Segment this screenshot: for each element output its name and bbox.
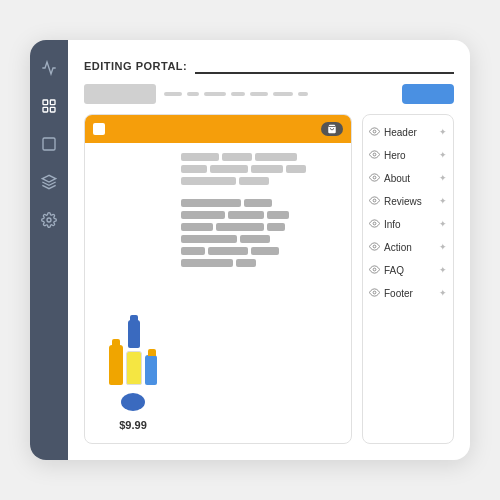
- eye-icon[interactable]: [369, 192, 380, 210]
- editing-portal-label: EDITING PORTAL:: [84, 60, 187, 72]
- section-item[interactable]: About✦: [369, 169, 447, 187]
- drag-icon[interactable]: ✦: [439, 219, 447, 229]
- text-row: [181, 211, 343, 219]
- cart-badge: [321, 122, 343, 136]
- svg-rect-0: [43, 100, 48, 105]
- drag-icon[interactable]: ✦: [439, 242, 447, 252]
- text-block: [228, 211, 264, 219]
- text-block: [181, 223, 213, 231]
- eye-icon[interactable]: [369, 169, 380, 187]
- text-block: [181, 153, 219, 161]
- section-label: Footer: [384, 288, 435, 299]
- product-price: $9.99: [119, 419, 147, 431]
- svg-marker-5: [42, 175, 55, 182]
- text-row: [181, 247, 343, 255]
- section-item[interactable]: Reviews✦: [369, 192, 447, 210]
- svg-rect-4: [43, 138, 55, 150]
- text-block: [208, 247, 248, 255]
- main-content: EDITING PORTAL:: [68, 40, 470, 460]
- text-block: [267, 211, 289, 219]
- dash: [298, 92, 308, 96]
- text-block: [240, 235, 270, 243]
- svg-point-8: [373, 130, 376, 133]
- drag-icon[interactable]: ✦: [439, 288, 447, 298]
- text-block: [181, 235, 237, 243]
- text-block: [210, 165, 248, 173]
- text-block: [267, 223, 285, 231]
- drag-icon[interactable]: ✦: [439, 127, 447, 137]
- svg-point-14: [373, 268, 376, 271]
- app-window: EDITING PORTAL:: [30, 40, 470, 460]
- section-label: Header: [384, 127, 435, 138]
- dash: [250, 92, 268, 96]
- section-item[interactable]: Footer✦: [369, 284, 447, 302]
- sidebar: [30, 40, 68, 460]
- eye-icon[interactable]: [369, 123, 380, 141]
- preview-card-header: [85, 115, 351, 143]
- dash: [273, 92, 293, 96]
- text-block: [255, 153, 297, 161]
- svg-rect-2: [43, 107, 48, 112]
- text-block: [239, 177, 269, 185]
- settings-icon[interactable]: [39, 210, 59, 230]
- section-label: Reviews: [384, 196, 435, 207]
- dash: [164, 92, 182, 96]
- text-block: [222, 153, 252, 161]
- text-row: [181, 235, 343, 243]
- preview-card-body: $9.99: [85, 143, 351, 443]
- svg-rect-3: [50, 107, 55, 112]
- text-block: [181, 177, 236, 185]
- text-content-area: [181, 151, 343, 435]
- layers-icon[interactable]: [39, 172, 59, 192]
- product-image-area: $9.99: [93, 151, 173, 435]
- editing-portal-input[interactable]: [195, 58, 454, 74]
- svg-point-12: [373, 222, 376, 225]
- toolbar-button[interactable]: [402, 84, 454, 104]
- svg-point-11: [373, 199, 376, 202]
- section-item[interactable]: Action✦: [369, 238, 447, 256]
- eye-icon[interactable]: [369, 146, 380, 164]
- drag-icon[interactable]: ✦: [439, 173, 447, 183]
- eye-icon[interactable]: [369, 238, 380, 256]
- content-area: $9.99: [84, 114, 454, 444]
- grid-icon[interactable]: [39, 96, 59, 116]
- text-block: [181, 259, 233, 267]
- drag-icon[interactable]: ✦: [439, 265, 447, 275]
- svg-point-13: [373, 245, 376, 248]
- text-block: [181, 165, 207, 173]
- section-item[interactable]: Hero✦: [369, 146, 447, 164]
- eye-icon[interactable]: [369, 215, 380, 233]
- text-block: [181, 211, 225, 219]
- chart-icon[interactable]: [39, 58, 59, 78]
- header-checkbox[interactable]: [93, 123, 105, 135]
- text-block: [236, 259, 256, 267]
- svg-point-10: [373, 176, 376, 179]
- section-item[interactable]: FAQ✦: [369, 261, 447, 279]
- svg-rect-1: [50, 100, 55, 105]
- eye-icon[interactable]: [369, 261, 380, 279]
- section-label: Hero: [384, 150, 435, 161]
- drag-icon[interactable]: ✦: [439, 196, 447, 206]
- section-item[interactable]: Header✦: [369, 123, 447, 141]
- text-row: [181, 177, 343, 185]
- section-panel: Header✦Hero✦About✦Reviews✦Info✦Action✦FA…: [362, 114, 454, 444]
- section-label: FAQ: [384, 265, 435, 276]
- bottle-wide: [126, 351, 142, 385]
- drag-icon[interactable]: ✦: [439, 150, 447, 160]
- dash: [231, 92, 245, 96]
- section-label: About: [384, 173, 435, 184]
- text-block: [181, 199, 241, 207]
- text-block: [251, 165, 283, 173]
- bottle-short: [128, 320, 140, 348]
- eye-icon[interactable]: [369, 284, 380, 302]
- bottle-blue: [145, 355, 157, 385]
- svg-point-6: [47, 218, 51, 222]
- svg-point-15: [373, 291, 376, 294]
- preview-card: $9.99: [84, 114, 352, 444]
- section-item[interactable]: Info✦: [369, 215, 447, 233]
- square-icon[interactable]: [39, 134, 59, 154]
- dash: [187, 92, 199, 96]
- svg-point-9: [373, 153, 376, 156]
- text-block: [286, 165, 306, 173]
- section-label: Action: [384, 242, 435, 253]
